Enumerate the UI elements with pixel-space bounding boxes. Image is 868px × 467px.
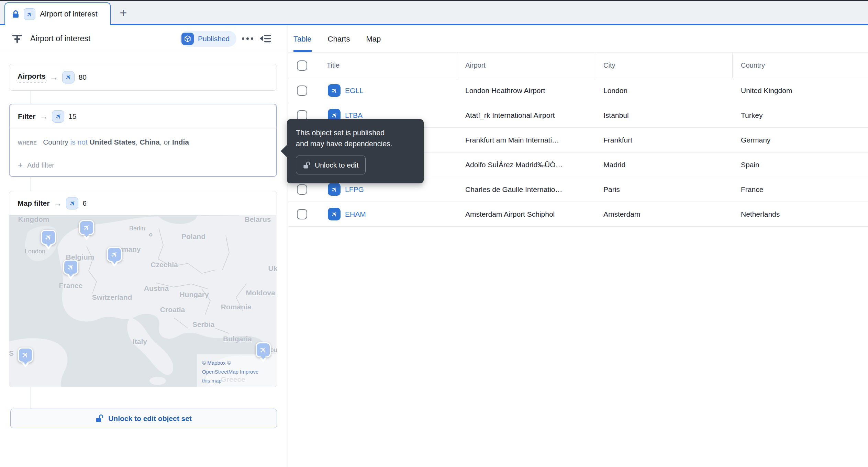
- country-cell: Spain: [733, 161, 868, 169]
- airport-cell: Frankfurt am Main Internati…: [457, 136, 595, 144]
- node-connector: [31, 387, 31, 409]
- city-cell: Amsterdam: [595, 210, 733, 218]
- map-filter-node-card[interactable]: Map filter → ✈ 6 © Mapbox ©OpenStreetMap…: [9, 191, 277, 387]
- map-marker-frankfurt[interactable]: ✈: [107, 247, 122, 262]
- map-country-label: Croatia: [160, 306, 185, 314]
- airports-count: 80: [79, 73, 87, 81]
- filter-clause[interactable]: Country is not United States, China, or …: [43, 137, 189, 147]
- map-marker-amsterdam[interactable]: ✈: [79, 220, 94, 235]
- country-cell: France: [733, 185, 868, 194]
- airplane-object-type-icon: ✈: [24, 8, 35, 20]
- object-link[interactable]: EHAM: [345, 210, 366, 218]
- city-cell: Frankfurt: [595, 136, 733, 144]
- tab-title: Airport of interest: [40, 10, 98, 19]
- add-filter-button[interactable]: + Add filter: [18, 160, 54, 170]
- clause-token: China: [140, 138, 159, 146]
- row-checkbox[interactable]: [297, 209, 307, 219]
- view-tab-map[interactable]: Map: [366, 25, 381, 53]
- map-country-label: Bulgaria: [223, 335, 252, 343]
- map-country-label: Ukraine: [268, 264, 277, 273]
- map-country-label: Hungary: [179, 291, 209, 299]
- map-country-label: Serbia: [192, 320, 214, 329]
- more-options-button[interactable]: [241, 25, 255, 52]
- airplane-object-type-icon: ✈: [62, 71, 75, 83]
- airplane-glyph: ✈: [81, 222, 92, 234]
- plus-icon: +: [18, 160, 23, 170]
- table-header: TitleAirportCityCountry: [288, 53, 868, 78]
- map-marker-paris[interactable]: ✈: [63, 260, 78, 275]
- map-marker-london[interactable]: ✈: [41, 230, 56, 245]
- add-filter-label: Add filter: [27, 161, 54, 169]
- view-tab-charts[interactable]: Charts: [328, 25, 350, 53]
- select-all-checkbox[interactable]: [297, 60, 307, 71]
- object-set-side-panel: Airport of interest Published: [0, 25, 288, 467]
- arrow-right-icon: →: [50, 72, 58, 82]
- where-label: WHERE: [18, 140, 37, 146]
- map-filter-count: 6: [82, 199, 87, 207]
- tab-airport-of-interest[interactable]: ✈ Airport of interest: [4, 2, 111, 25]
- unlock-to-edit-button[interactable]: Unlock to edit: [296, 156, 366, 174]
- map-country-label: Austria: [144, 284, 169, 293]
- unlock-object-set-button[interactable]: Unlock to edit object set: [10, 409, 277, 428]
- object-link[interactable]: EGLL: [345, 87, 364, 95]
- unlock-icon: [96, 414, 103, 423]
- unlock-object-set-label: Unlock to edit object set: [108, 414, 192, 423]
- airport-cell: Amsterdam Airport Schiphol: [457, 210, 595, 218]
- airplane-glyph: ✈: [20, 349, 31, 361]
- filter-node-card[interactable]: Filter → ✈ 15 WHERE Country is not Unite…: [9, 104, 277, 177]
- map-city-label: London: [25, 248, 45, 255]
- airports-node-label[interactable]: Airports: [18, 72, 46, 82]
- airport-cell: Atatì_rk International Airport: [457, 111, 595, 119]
- clause-token[interactable]: is not: [70, 138, 88, 146]
- tab-bar: ✈ Airport of interest +: [0, 1, 868, 25]
- new-tab-button[interactable]: +: [115, 5, 131, 21]
- tooltip-text: This object set is published and may hav…: [296, 127, 415, 149]
- airport-cell: Adolfo SuÌÁrez Madrid‰ÛÒ…: [457, 161, 595, 169]
- map-country-label: S: [9, 349, 14, 357]
- map-filter-node-label: Map filter: [18, 199, 49, 207]
- node-connector: [31, 91, 31, 104]
- object-set-icon: [11, 33, 23, 45]
- collapse-panel-icon[interactable]: [260, 33, 271, 44]
- tooltip-arrow: [281, 145, 287, 158]
- object-link[interactable]: LTBA: [345, 111, 363, 119]
- map-marker-istanbul[interactable]: ✈: [256, 342, 271, 357]
- column-header-label: Title: [327, 61, 340, 69]
- clause-token: United States: [90, 138, 136, 146]
- header-cell-city: City: [595, 53, 733, 78]
- country-cell: Turkey: [733, 111, 868, 119]
- row-checkbox[interactable]: [297, 110, 307, 121]
- clause-token: India: [172, 138, 189, 146]
- cube-icon: [181, 33, 194, 45]
- city-cell: Madrid: [595, 161, 733, 169]
- airports-node-card[interactable]: Airports → ✈ 80: [9, 64, 277, 91]
- country-cell: Netherlands: [733, 210, 868, 218]
- arrow-right-icon: →: [40, 112, 48, 121]
- row-checkbox[interactable]: [297, 184, 307, 195]
- table-row: ✈EGLLLondon Heathrow AirportLondonUnited…: [288, 78, 868, 103]
- airplane-glyph: ✈: [109, 249, 120, 260]
- country-cell: Germany: [733, 136, 868, 144]
- window-top-border: [0, 0, 868, 1]
- object-link[interactable]: LFPG: [345, 185, 364, 194]
- map-country-label: Switzerland: [92, 293, 132, 301]
- view-tabs: TableChartsMap: [293, 25, 397, 53]
- header-cell-airport: Airport: [457, 53, 595, 78]
- airplane-glyph: ✈: [65, 261, 77, 273]
- page-title: Airport of interest: [30, 25, 90, 52]
- airplane-glyph: ✈: [257, 344, 269, 356]
- row-checkbox[interactable]: [297, 86, 307, 96]
- map-marker-madrid[interactable]: ✈: [18, 348, 33, 363]
- header-cell-country: Country: [733, 53, 868, 78]
- published-label: Published: [198, 35, 230, 43]
- clause-token: ,: [136, 138, 140, 146]
- airplane-object-icon: ✈: [328, 84, 341, 97]
- city-cell: Istanbul: [595, 111, 733, 119]
- map-preview[interactable]: © Mapbox ©OpenStreetMap Improvethis map …: [9, 215, 276, 387]
- view-tab-table[interactable]: Table: [293, 25, 312, 53]
- map-country-label: Belarus: [244, 215, 271, 224]
- airplane-glyph: ✈: [330, 209, 339, 219]
- filter-count: 15: [68, 112, 76, 121]
- airplane-glyph: ✈: [330, 111, 339, 120]
- published-status-badge[interactable]: Published: [180, 31, 236, 47]
